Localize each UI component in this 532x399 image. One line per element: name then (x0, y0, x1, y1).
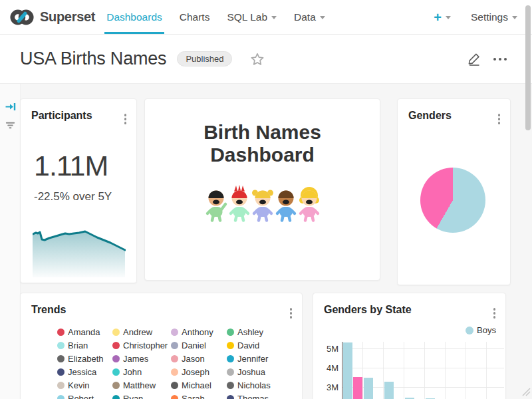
bar-girls[interactable] (353, 377, 362, 399)
scrollbar-thumb[interactable] (525, 5, 531, 130)
favorite-star-icon[interactable] (251, 53, 264, 66)
legend-dot (227, 329, 234, 336)
y-axis-tick: 3M (315, 382, 338, 392)
kebab-menu-icon[interactable] (289, 307, 294, 320)
kids-illustration (145, 185, 380, 223)
legend-label: Ryan (123, 394, 143, 399)
legend-item-nicholas[interactable]: Nicholas (227, 378, 271, 392)
legend-dot (112, 368, 120, 376)
big-number-value: 1.11M (34, 150, 108, 182)
legend-dot (57, 368, 65, 376)
legend-label: Joseph (182, 367, 209, 377)
nav-item-dashboards[interactable]: Dashboards (98, 0, 171, 34)
legend-item-christopher[interactable]: Christopher (112, 338, 171, 352)
chevron-down-icon (446, 16, 451, 19)
legend-item-robert[interactable]: Robert (57, 392, 112, 399)
legend-label: Jason (182, 354, 205, 364)
page-title: USA Births Names (20, 49, 166, 69)
legend-item-kevin[interactable]: Kevin (57, 378, 112, 392)
edit-icon[interactable] (467, 52, 481, 66)
resize-handle-icon[interactable] (522, 388, 531, 396)
dashboard-grid: Participants 1.11M -22.5% over 5Y Birth … (0, 84, 532, 399)
legend-item-jennifer[interactable]: Jennifer (227, 352, 271, 365)
legend-item-brian[interactable]: Brian (57, 338, 112, 352)
legend-label: David (237, 340, 259, 350)
gridline (445, 342, 446, 399)
legend-item-ryan[interactable]: Ryan (112, 392, 171, 399)
new-item-menu[interactable]: + (434, 11, 451, 24)
legend-dot (227, 382, 234, 389)
legend-item-matthew[interactable]: Matthew (112, 378, 171, 392)
more-actions-icon[interactable] (493, 58, 507, 61)
nav-item-sql-lab[interactable]: SQL Lab (218, 0, 285, 34)
filter-icon[interactable] (5, 120, 16, 131)
legend-item-andrew[interactable]: Andrew (112, 325, 171, 338)
nav-item-charts[interactable]: Charts (171, 0, 219, 34)
kebab-menu-icon[interactable] (497, 112, 502, 126)
legend-item-anthony[interactable]: Anthony (171, 325, 227, 338)
dashboard-header: USA Births Names Published (0, 35, 532, 84)
legend-item-jessica[interactable]: Jessica (57, 365, 112, 378)
superset-logo[interactable]: Superset (9, 0, 95, 34)
legend-item-thomas[interactable]: Thomas (227, 392, 271, 399)
gridline (466, 342, 466, 399)
filter-bar-collapsed (0, 84, 21, 399)
header-actions (467, 52, 512, 66)
legend-label: Christopher (123, 340, 168, 350)
legend-dot (57, 382, 65, 389)
legend-label: Michael (182, 380, 211, 390)
participants-card: Participants 1.11M -22.5% over 5Y (20, 98, 137, 283)
kid-figure (277, 191, 295, 221)
kid-figure (207, 191, 225, 221)
legend-label: Matthew (123, 380, 156, 390)
legend-item-elizabeth[interactable]: Elizabeth (57, 352, 112, 365)
legend-item-ashley[interactable]: Ashley (227, 325, 271, 338)
published-badge[interactable]: Published (177, 51, 232, 66)
legend-dot (171, 395, 178, 399)
big-number-delta: -22.5% over 5Y (34, 190, 112, 203)
legend-item-michael[interactable]: Michael (171, 378, 227, 392)
bar-boys[interactable] (364, 378, 373, 399)
bar-boys[interactable] (343, 342, 352, 399)
legend-label: Amanda (68, 327, 100, 337)
bar-boys[interactable] (384, 382, 394, 399)
legend-dot (57, 329, 65, 336)
kebab-menu-icon[interactable] (123, 112, 128, 126)
legend-item-amanda[interactable]: Amanda (57, 325, 112, 338)
plus-icon: + (434, 11, 442, 24)
markdown-card: Birth Names Dashboard (144, 98, 380, 281)
kid-figure (299, 187, 319, 221)
legend-dot (112, 355, 120, 362)
legend-item-james[interactable]: James (112, 352, 171, 365)
chevron-down-icon (271, 16, 277, 19)
nav-item-data[interactable]: Data (285, 0, 334, 34)
legend-item-daniel[interactable]: Daniel (171, 338, 227, 352)
bar-chart-plot[interactable]: 5M4M3M (313, 293, 505, 399)
legend-dot (112, 342, 120, 349)
legend-item-sarah[interactable]: Sarah (171, 392, 227, 399)
legend-dot (112, 329, 120, 336)
gridline (404, 342, 404, 399)
nav-right-group: + Settings (434, 11, 532, 24)
legend-item-david[interactable]: David (227, 338, 271, 352)
genders-pie-chart[interactable] (420, 168, 485, 233)
chart-title: Participants (31, 110, 92, 122)
legend-item-joshua[interactable]: Joshua (227, 365, 271, 378)
expand-filter-bar-icon[interactable] (5, 101, 16, 112)
legend-label: Ashley (237, 327, 263, 337)
legend-label: Jessica (68, 367, 96, 377)
legend-dot (112, 395, 120, 399)
gridline (362, 342, 363, 399)
legend-dot (227, 355, 234, 362)
legend-label: Sarah (182, 394, 205, 399)
legend-dot (171, 342, 178, 349)
top-navbar: Superset DashboardsChartsSQL LabData + S… (0, 0, 532, 35)
legend-item-joseph[interactable]: Joseph (171, 365, 227, 378)
legend-item-john[interactable]: John (112, 365, 171, 378)
legend-dot (171, 382, 178, 389)
legend-dot (171, 368, 178, 376)
trendline-area-chart (33, 225, 126, 277)
settings-menu[interactable]: Settings (471, 11, 517, 23)
settings-label: Settings (471, 11, 508, 23)
legend-item-jason[interactable]: Jason (171, 352, 227, 365)
